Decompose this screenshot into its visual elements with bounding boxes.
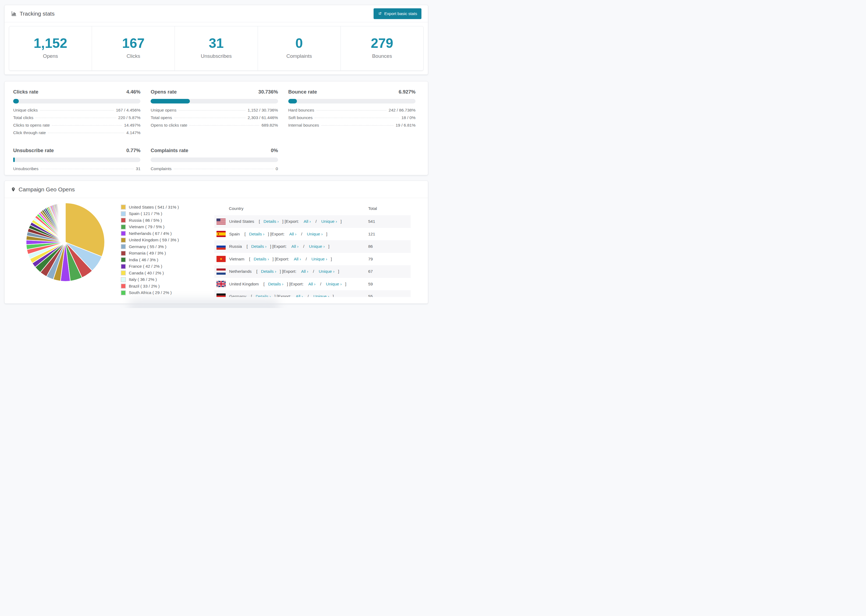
- rate-detail-value: 220 / 5.87%: [118, 115, 141, 120]
- rate-detail-row: Internal bounces19 / 6.81%: [288, 123, 416, 130]
- gb-flag-icon: [216, 281, 226, 287]
- rate-detail-row: Click through rate4.147%: [13, 130, 140, 138]
- total-cell: 541: [368, 219, 409, 224]
- export-unique-link[interactable]: Unique ›: [321, 219, 337, 224]
- legend-item: Netherlands ( 67 / 4% ): [121, 231, 199, 236]
- details-link[interactable]: Details ›: [268, 282, 283, 286]
- dotted-leader: [174, 169, 274, 169]
- rate-detail-row: Clicks to opens rate14.497%: [13, 123, 140, 130]
- punctuation: ] [Export:: [287, 282, 305, 286]
- dotted-leader: [315, 118, 399, 118]
- stat-label: Opens: [9, 53, 92, 59]
- nl-flag-icon: [216, 269, 226, 275]
- export-all-link[interactable]: All ›: [296, 294, 303, 297]
- legend-item: India ( 46 / 3% ): [121, 257, 199, 262]
- legend-label: Brazil ( 33 / 2% ): [129, 284, 160, 289]
- rate-detail-label: Unique opens: [151, 108, 176, 113]
- country-name: Russia: [229, 244, 242, 249]
- rate-detail-value: 689.82%: [261, 123, 278, 128]
- legend-label: Netherlands ( 67 / 4% ): [129, 231, 172, 236]
- stat-label: Bounces: [341, 53, 423, 59]
- rate-detail-value: 167 / 4.456%: [116, 108, 140, 113]
- geo-opens-header: Campaign Geo Opens: [5, 181, 428, 198]
- geo-opens-card: Campaign Geo Opens United States ( 541 /…: [4, 181, 428, 304]
- table-row: Germany [Details ›] [Export: All › / Uni…: [214, 290, 411, 297]
- export-unique-link[interactable]: Unique ›: [326, 282, 342, 286]
- table-row: Netherlands [Details ›] [Export: All › /…: [214, 265, 411, 278]
- progress-fill: [151, 99, 190, 104]
- legend-label: India ( 46 / 3% ): [129, 258, 158, 262]
- rate-detail-row: Hard bounces242 / 86.738%: [288, 108, 416, 115]
- legend-item: Russia ( 86 / 5% ): [121, 218, 199, 223]
- export-unique-link[interactable]: Unique ›: [319, 269, 335, 274]
- stat-summary-row: 1,152 Opens 167 Clicks 31 Unsubscribes 0…: [9, 26, 424, 71]
- legend-item: Vietnam ( 79 / 5% ): [121, 225, 199, 229]
- rate-detail-value: 4.147%: [126, 130, 141, 135]
- punctuation: /: [302, 244, 305, 249]
- rate-value: 0.77%: [126, 148, 140, 154]
- dotted-leader: [189, 125, 259, 126]
- export-all-link[interactable]: All ›: [301, 269, 308, 274]
- rate-value: 4.46%: [126, 89, 140, 95]
- legend-label: United Kingdom ( 59 / 3% ): [129, 237, 179, 242]
- legend-swatch: [121, 264, 126, 269]
- punctuation: ]: [326, 232, 327, 237]
- details-link[interactable]: Details ›: [264, 219, 279, 224]
- rate-detail-row: Complaints0: [151, 167, 278, 174]
- rate-detail-label: Total opens: [151, 115, 172, 120]
- export-all-link[interactable]: All ›: [304, 219, 311, 224]
- rate-title: Complaints rate: [151, 148, 188, 154]
- rate-value: 6.927%: [398, 89, 416, 95]
- country-cell: United States [Details ›] [Export: All ›…: [216, 218, 368, 225]
- divider: [5, 22, 428, 22]
- details-link[interactable]: Details ›: [255, 294, 271, 297]
- punctuation: ] [Export:: [272, 257, 290, 261]
- punctuation: ]: [328, 244, 329, 249]
- geo-pie-chart: [25, 202, 106, 283]
- punctuation: ]: [345, 282, 346, 286]
- export-unique-link[interactable]: Unique ›: [312, 257, 327, 261]
- tracking-stats-page: Tracking stats Export basic stats 1,152 …: [0, 0, 433, 308]
- punctuation: ] [Export:: [270, 244, 288, 249]
- rate-detail-label: Complaints: [151, 167, 172, 171]
- table-row: Spain [Details ›] [Export: All › / Uniqu…: [214, 228, 411, 240]
- rate-detail-value: 2,303 / 61.446%: [248, 115, 278, 120]
- country-name: United Kingdom: [229, 282, 259, 286]
- details-link[interactable]: Details ›: [249, 232, 265, 237]
- export-unique-link[interactable]: Unique ›: [307, 232, 323, 237]
- rate-detail-row: Unsubscribes31: [13, 167, 140, 174]
- export-icon: [378, 11, 382, 16]
- rate-detail-value: 31: [136, 167, 140, 171]
- legend-swatch: [121, 218, 126, 223]
- vn-flag-icon: [216, 256, 226, 262]
- country-name: Germany: [229, 294, 246, 297]
- legend-item: Romania ( 49 / 3% ): [121, 251, 199, 256]
- export-all-link[interactable]: All ›: [291, 244, 299, 249]
- us-flag-icon: [216, 218, 226, 225]
- details-link[interactable]: Details ›: [254, 257, 269, 261]
- rate-detail-value: 19 / 6.81%: [395, 123, 416, 128]
- stat-unsubscribes: 31 Unsubscribes: [175, 26, 257, 71]
- export-unique-link[interactable]: Unique ›: [309, 244, 325, 249]
- legend-swatch: [121, 204, 126, 210]
- stat-value: 31: [175, 36, 257, 51]
- punctuation: ]: [338, 269, 339, 274]
- export-basic-stats-button[interactable]: Export basic stats: [373, 8, 422, 19]
- export-all-link[interactable]: All ›: [294, 257, 301, 261]
- progress-fill: [288, 99, 297, 104]
- details-link[interactable]: Details ›: [261, 269, 276, 274]
- punctuation: [: [258, 219, 260, 224]
- rate-detail-label: Hard bounces: [288, 108, 314, 113]
- stat-label: Complaints: [258, 53, 340, 59]
- punctuation: /: [314, 219, 318, 224]
- export-all-link[interactable]: All ›: [308, 282, 315, 286]
- rate-detail-row: Soft bounces18 / 0%: [288, 115, 416, 123]
- stat-bounces: 279 Bounces: [340, 26, 423, 71]
- legend-item: Germany ( 55 / 3% ): [121, 244, 199, 249]
- legend-label: Germany ( 55 / 3% ): [129, 244, 167, 249]
- rate-detail-value: 18 / 0%: [401, 115, 416, 120]
- export-all-link[interactable]: All ›: [289, 232, 296, 237]
- dotted-leader: [41, 169, 134, 169]
- export-unique-link[interactable]: Unique ›: [313, 294, 329, 297]
- details-link[interactable]: Details ›: [251, 244, 266, 249]
